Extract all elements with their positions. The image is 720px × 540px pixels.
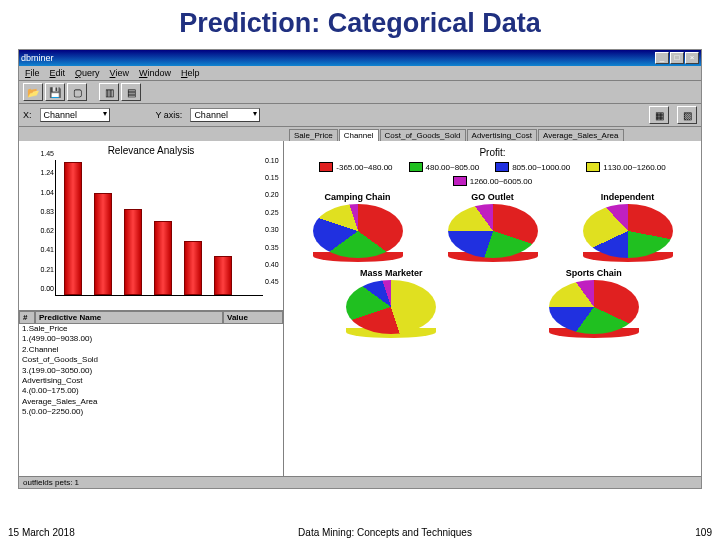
status-bar: outfields pets: 1 [19, 476, 701, 488]
legend-entry: 1130.00~1260.00 [586, 162, 666, 172]
pie-go-outlet: GO Outlet [448, 192, 538, 264]
table-row: 4.(0.00~175.00) [19, 386, 283, 396]
toolbar: 📂 💾 ▢ ▥ ▤ [19, 81, 701, 104]
pie-sports-chain: Sports Chain [549, 268, 639, 340]
footer-center: Data Mining: Concepts and Techniques [298, 527, 472, 538]
profit-legend: -365.00~480.00480.00~805.00805.00~1000.0… [290, 160, 695, 192]
menu-view[interactable]: View [110, 68, 129, 78]
x-combo[interactable]: Channel [40, 108, 110, 122]
bar-5 [184, 241, 202, 295]
table-row: Cost_of_Goods_Sold [19, 355, 283, 365]
tab-average_sales_area[interactable]: Average_Sales_Area [538, 129, 623, 141]
legend-entry: 480.00~805.00 [409, 162, 480, 172]
titlebar: dbminer _ □ × [19, 50, 701, 66]
minimize-icon[interactable]: _ [655, 52, 669, 64]
table-row: 3.(199.00~3050.00) [19, 366, 283, 376]
chart-icon[interactable]: ▥ [99, 83, 119, 101]
tab-row: Sale_PriceChannelCost_of_Goods_SoldAdver… [19, 127, 701, 141]
pie-camping-chain: Camping Chain [313, 192, 403, 264]
menubar: FileEditQueryViewWindowHelp [19, 66, 701, 81]
table-row: Advertising_Cost [19, 376, 283, 386]
legend-entry: 1260.00~6005.00 [453, 176, 533, 186]
slide-title: Prediction: Categorical Data [0, 0, 720, 49]
bar-1 [64, 162, 82, 295]
new-icon[interactable]: ▢ [67, 83, 87, 101]
right-panel: Profit: -365.00~480.00480.00~805.00805.0… [284, 141, 701, 479]
table-row: 1.Sale_Price [19, 324, 283, 334]
pie-independent: Independent [583, 192, 673, 264]
table-row: Average_Sales_Area [19, 397, 283, 407]
bar-6 [214, 256, 232, 295]
maximize-icon[interactable]: □ [670, 52, 684, 64]
profit-title: Profit: [290, 145, 695, 160]
menu-edit[interactable]: Edit [50, 68, 66, 78]
x-label: X: [23, 110, 32, 120]
legend-entry: 805.00~1000.00 [495, 162, 570, 172]
table-row: 5.(0.00~2250.00) [19, 407, 283, 417]
table-row: 2.Channel [19, 345, 283, 355]
relevance-title: Relevance Analysis [19, 141, 283, 160]
menu-help[interactable]: Help [181, 68, 200, 78]
menu-query[interactable]: Query [75, 68, 100, 78]
bar-2 [94, 193, 112, 295]
close-icon[interactable]: × [685, 52, 699, 64]
slide-footer: 15 March 2018 Data Mining: Concepts and … [0, 527, 720, 540]
predictive-table: # Predictive Name Value 1.Sale_Price1.(4… [19, 310, 283, 479]
pie-mass-marketer: Mass Marketer [346, 268, 436, 340]
bar-chart: 0.000.210.410.620.831.041.241.450.450.40… [27, 160, 275, 310]
view1-icon[interactable]: ▦ [649, 106, 669, 124]
tab-advertising_cost[interactable]: Advertising_Cost [467, 129, 537, 141]
app-window: dbminer _ □ × FileEditQueryViewWindowHel… [18, 49, 702, 489]
y-combo[interactable]: Channel [190, 108, 260, 122]
tab-sale_price[interactable]: Sale_Price [289, 129, 338, 141]
tab-cost_of_goods_sold[interactable]: Cost_of_Goods_Sold [380, 129, 466, 141]
open-icon[interactable]: 📂 [23, 83, 43, 101]
menu-window[interactable]: Window [139, 68, 171, 78]
view2-icon[interactable]: ▧ [677, 106, 697, 124]
bar-3 [124, 209, 142, 295]
footer-date: 15 March 2018 [8, 527, 75, 538]
col-num: # [19, 311, 35, 324]
save-icon[interactable]: 💾 [45, 83, 65, 101]
table-row: 1.(499.00~9038.00) [19, 334, 283, 344]
tab-channel[interactable]: Channel [339, 129, 379, 141]
footer-page: 109 [695, 527, 712, 538]
table-icon[interactable]: ▤ [121, 83, 141, 101]
left-panel: Relevance Analysis 0.000.210.410.620.831… [19, 141, 284, 479]
col-value: Value [223, 311, 283, 324]
app-name: dbminer [21, 53, 54, 63]
bar-4 [154, 221, 172, 295]
menu-file[interactable]: File [25, 68, 40, 78]
y-label: Y axis: [156, 110, 183, 120]
selector-row: X: Channel Y axis: Channel ▦ ▧ [19, 104, 701, 127]
legend-entry: -365.00~480.00 [319, 162, 392, 172]
col-name: Predictive Name [35, 311, 223, 324]
